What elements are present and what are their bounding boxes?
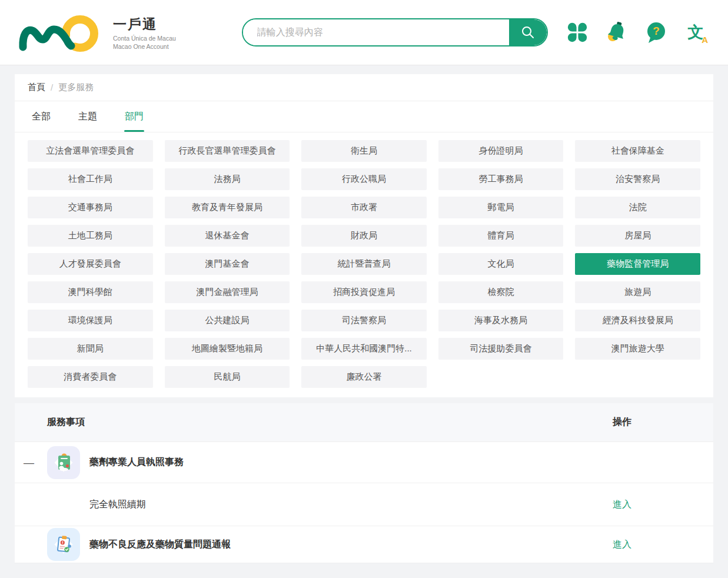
- logo-subtitle-pt: Conta Única de Macau: [113, 35, 176, 42]
- department-button[interactable]: 財政局: [301, 225, 427, 247]
- department-button[interactable]: 藥物監督管理局: [575, 253, 700, 275]
- logo-subtitle-en: Macao One Account: [113, 43, 176, 50]
- search-input[interactable]: [243, 19, 509, 45]
- filter-tabs: 全部主題部門: [15, 101, 713, 132]
- department-button[interactable]: 澳門科學館: [28, 281, 153, 303]
- bell-icon: [605, 21, 629, 44]
- mo-logo-mark: [18, 9, 105, 55]
- main-content: 首頁 / 更多服務 全部主題部門 立法會選舉管理委員會行政長官選舉管理委員會衛生…: [0, 74, 728, 563]
- service-sub-row: 完全執照續期 進入: [15, 483, 713, 526]
- search-bar: [242, 18, 548, 46]
- department-button[interactable]: 房屋局: [575, 225, 700, 247]
- department-button[interactable]: 公共建設局: [165, 310, 290, 331]
- department-button[interactable]: 身份證明局: [438, 140, 564, 162]
- department-button[interactable]: 環境保護局: [28, 310, 153, 331]
- collapse-button[interactable]: —: [21, 455, 36, 470]
- language-button[interactable]: 文 A: [683, 20, 708, 45]
- pharmacist-license-icon: [47, 446, 80, 479]
- department-button[interactable]: 行政公職局: [301, 168, 427, 190]
- service-sub-title: 完全執照續期: [89, 499, 146, 511]
- department-button[interactable]: 立法會選舉管理委員會: [28, 140, 153, 162]
- search-icon: [520, 25, 536, 40]
- department-button[interactable]: 旅遊局: [575, 281, 700, 303]
- enter-link-license-renewal[interactable]: 進入: [613, 499, 631, 511]
- logo[interactable]: 一戶通 Conta Única de Macau Macao One Accou…: [18, 9, 176, 55]
- department-button[interactable]: 體育局: [438, 225, 564, 247]
- notifications-button[interactable]: [604, 20, 629, 45]
- department-button[interactable]: 退休基金會: [165, 225, 290, 247]
- department-button[interactable]: 衛生局: [301, 140, 427, 162]
- department-button[interactable]: 海事及水務局: [438, 310, 564, 331]
- departments-grid: 立法會選舉管理委員會行政長官選舉管理委員會衛生局身份證明局社會保障基金社會工作局…: [15, 132, 713, 397]
- department-button[interactable]: 澳門基金會: [165, 253, 290, 275]
- department-button[interactable]: 檢察院: [438, 281, 564, 303]
- service-item-title: 藥物不良反應及藥物質量問題通報: [89, 539, 231, 551]
- breadcrumb-current: 更多服務: [58, 82, 94, 93]
- department-button[interactable]: 市政署: [301, 197, 427, 218]
- tab-active[interactable]: 部門: [121, 101, 148, 132]
- department-button[interactable]: 法院: [575, 197, 700, 218]
- column-header-service: 服務事項: [47, 416, 85, 428]
- department-button[interactable]: 廉政公署: [301, 366, 427, 388]
- apps-menu-button[interactable]: [565, 20, 590, 45]
- logo-text: 一戶通 Conta Única de Macau Macao One Accou…: [113, 15, 176, 50]
- breadcrumb: 首頁 / 更多服務: [15, 74, 713, 101]
- services-table-card: 服務事項 操作 — 藥劑專業人員執照事務 完全: [15, 403, 713, 563]
- department-button[interactable]: 澳門金融管理局: [165, 281, 290, 303]
- service-group-title: 藥劑專業人員執照事務: [89, 456, 184, 469]
- breadcrumb-home[interactable]: 首頁: [28, 82, 45, 93]
- department-button[interactable]: 招商投資促進局: [301, 281, 427, 303]
- tab-inactive[interactable]: 主題: [74, 101, 101, 132]
- header-nav-icons: ? 文 A: [565, 20, 708, 45]
- department-button[interactable]: 社會保障基金: [575, 140, 700, 162]
- department-button[interactable]: 郵電局: [438, 197, 564, 218]
- department-button[interactable]: 社會工作局: [28, 168, 153, 190]
- department-button[interactable]: 中華人民共和國澳門特...: [301, 338, 427, 360]
- department-button[interactable]: 民航局: [165, 366, 290, 388]
- apps-grid-icon: [566, 21, 589, 44]
- breadcrumb-separator: /: [51, 82, 53, 92]
- language-icon-latin: A: [702, 35, 708, 44]
- department-button[interactable]: 司法援助委員會: [438, 338, 564, 360]
- department-button[interactable]: 法務局: [165, 168, 290, 190]
- department-button[interactable]: 交通事務局: [28, 197, 153, 218]
- logo-title: 一戶通: [113, 15, 176, 34]
- department-button[interactable]: 勞工事務局: [438, 168, 564, 190]
- department-button[interactable]: 教育及青年發展局: [165, 197, 290, 218]
- tab-inactive[interactable]: 全部: [28, 101, 55, 132]
- department-button[interactable]: 治安警察局: [575, 168, 700, 190]
- department-button[interactable]: 經濟及科技發展局: [575, 310, 700, 331]
- department-button[interactable]: 文化局: [438, 253, 564, 275]
- department-button[interactable]: 行政長官選舉管理委員會: [165, 140, 290, 162]
- department-button[interactable]: 地圖繪製暨地籍局: [165, 338, 290, 360]
- service-group-row: — 藥劑專業人員執照事務: [15, 442, 713, 483]
- service-item-row: 藥物不良反應及藥物質量問題通報 進入: [15, 526, 713, 563]
- help-button[interactable]: ?: [644, 20, 669, 45]
- department-button[interactable]: 消費者委員會: [28, 366, 153, 388]
- services-filter-card: 首頁 / 更多服務 全部主題部門 立法會選舉管理委員會行政長官選舉管理委員會衛生…: [15, 74, 713, 397]
- department-button[interactable]: 新聞局: [28, 338, 153, 360]
- column-header-action: 操作: [613, 416, 631, 428]
- department-button[interactable]: 統計暨普查局: [301, 253, 427, 275]
- service-group-icon: [47, 446, 80, 479]
- department-button[interactable]: 人才發展委員會: [28, 253, 153, 275]
- department-button[interactable]: 土地工務局: [28, 225, 153, 247]
- search-button[interactable]: [509, 19, 547, 45]
- enter-link-adverse-reaction[interactable]: 進入: [613, 539, 631, 551]
- svg-text:?: ?: [653, 25, 660, 37]
- header: 一戶通 Conta Única de Macau Macao One Accou…: [0, 0, 728, 65]
- department-button[interactable]: 司法警察局: [301, 310, 427, 331]
- service-item-icon: [47, 528, 80, 561]
- services-table-header: 服務事項 操作: [15, 403, 713, 442]
- department-button[interactable]: 澳門旅遊大學: [575, 338, 700, 360]
- help-icon: ?: [644, 21, 668, 44]
- adverse-reaction-report-icon: [47, 528, 80, 561]
